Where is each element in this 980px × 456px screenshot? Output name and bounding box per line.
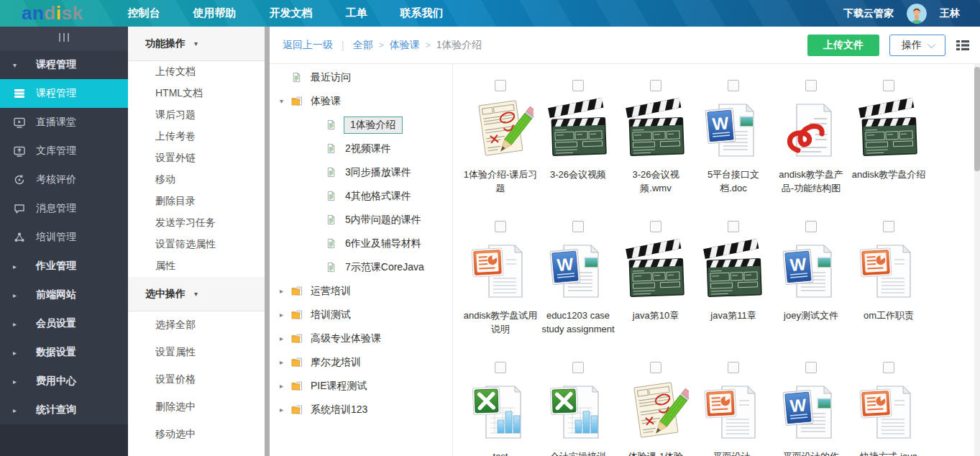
tree-item[interactable]: 3同步播放课件 [270,160,452,184]
sidebar-item[interactable]: 课程管理 [0,79,128,108]
upload-file-button[interactable]: 上传文件 [807,35,879,56]
ops-item[interactable]: HTML文档 [128,83,265,104]
tree-item[interactable]: ▸培训测试 [270,303,452,327]
file-checkbox[interactable] [728,80,739,91]
sidebar-item[interactable]: ▸数据设置 [0,338,128,367]
user-avatar[interactable] [907,4,927,24]
caret-down-icon[interactable]: ▾ [280,97,291,105]
file-checkbox[interactable] [495,362,506,373]
file-card[interactable]: 快捷方式-java [850,362,928,456]
ops-item[interactable]: 课后习题 [128,104,265,126]
ops-item[interactable]: 上传考卷 [128,126,265,147]
tree-item[interactable]: 1体验介绍 [270,113,452,137]
caret-right-icon[interactable]: ▸ [280,311,291,319]
ops-item[interactable]: 选择全部 [128,311,265,339]
file-checkbox[interactable] [728,362,739,373]
sidebar-item[interactable]: ▸前端网站 [0,281,128,309]
file-card[interactable]: W5平台接口文档.doc [695,80,772,221]
ops-item[interactable]: 设置属性 [128,339,265,366]
file-checkbox[interactable] [495,221,506,232]
sidebar-item[interactable]: ▸会员设置 [0,309,128,338]
caret-right-icon[interactable]: ▸ [280,382,291,390]
file-card[interactable]: Weduc1203 case study assignment [539,221,617,362]
ops-item[interactable]: 发送学习任务 [128,212,265,234]
file-checkbox[interactable] [728,221,739,232]
sidebar-item[interactable]: ▾课程管理 [0,50,128,79]
file-checkbox[interactable] [650,221,661,232]
tree-item[interactable]: ▸系统培训123 [270,398,452,421]
sidebar-item[interactable]: 消息管理 [0,194,128,223]
tree-item[interactable]: 6作业及辅导材料 [270,232,452,255]
file-checkbox[interactable] [883,80,894,91]
file-card[interactable]: 3-26会议视频.wmv [617,80,695,221]
ops-item[interactable]: 上传文档 [128,61,265,83]
sidebar-item[interactable]: 直播课堂 [0,108,128,137]
sidebar-item[interactable]: 培训管理 [0,223,128,252]
caret-right-icon[interactable]: ▸ [280,406,291,414]
tree-item[interactable]: 4其他格式课件 [270,184,452,208]
breadcrumb-item[interactable]: 体验课 [390,39,420,52]
caret-right-icon[interactable]: ▸ [280,358,291,366]
sidebar-item[interactable]: ▸统计查询 [0,396,128,424]
tree-item[interactable]: 2视频课件 [270,137,452,160]
tree-item[interactable]: ▸摩尔龙培训 [270,350,452,374]
back-up-level-link[interactable]: 返回上一级 [283,39,333,52]
ops-item[interactable]: 属性 [128,255,265,277]
file-checkbox[interactable] [572,80,584,91]
file-card[interactable]: java第10章 [617,221,695,362]
action-dropdown-button[interactable]: 操作 [889,35,945,56]
file-card[interactable]: java第11章 [695,221,772,362]
ops-item[interactable]: 设置价格 [128,366,265,393]
sidebar-item[interactable]: 考核评价 [0,165,128,194]
ops-item[interactable]: 移动 [128,169,265,191]
ops-item[interactable]: 删除目录 [128,191,265,212]
nav-link-2[interactable]: 使用帮助 [193,6,236,20]
ops-section-header[interactable]: 选中操作▾ [128,277,265,311]
tree-item[interactable]: 5内带问题的课件 [270,208,452,232]
file-checkbox[interactable] [883,362,894,373]
ops-item[interactable]: 设置筛选属性 [128,234,265,255]
list-view-toggle-icon[interactable] [956,39,970,52]
file-card[interactable]: 会计实操培训 [539,362,617,456]
file-card[interactable]: Wjoey测试文件 [772,221,850,362]
ops-item[interactable]: 设置外链 [128,147,265,169]
file-card[interactable]: test [462,362,539,456]
tree-item[interactable]: ▸高级专业体验课 [270,327,452,350]
tree-item[interactable]: 7示范课CoreJava [270,255,452,279]
file-card[interactable]: om工作职责 [850,221,928,362]
operations-panel-scrollbar[interactable] [265,27,270,456]
breadcrumb-item[interactable]: 全部 [353,39,373,52]
tree-item[interactable]: ▾体验课 [270,89,452,113]
file-card[interactable]: 3-26会议视频 [539,80,617,221]
download-cloud-manager-link[interactable]: 下载云管家 [843,7,894,20]
ops-item[interactable]: 上架设置 [128,448,265,456]
scrollbar-thumb[interactable] [974,67,980,171]
file-checkbox[interactable] [572,362,584,373]
tree-item[interactable]: ▸PIE课程测试 [270,374,452,398]
ops-section-header[interactable]: 功能操作▾ [128,27,265,61]
file-checkbox[interactable] [572,221,584,232]
file-card[interactable]: andisk教学盘试用说明 [462,221,539,362]
file-checkbox[interactable] [805,362,817,373]
nav-link-4[interactable]: 工单 [345,6,367,20]
file-card[interactable]: 体验课-1体验 [617,362,695,456]
nav-link-3[interactable]: 开发文档 [269,6,312,20]
file-card[interactable]: 平面设计- [695,362,772,456]
file-card[interactable]: 1体验介绍-课后习题 [462,80,539,221]
file-card[interactable]: andisk教学盘产品-功能结构图 [772,80,850,221]
sidebar-item[interactable]: 文库管理 [0,137,128,165]
file-checkbox[interactable] [805,221,817,232]
nav-link-1[interactable]: 控制台 [127,6,160,20]
file-checkbox[interactable] [650,80,661,91]
tree-item[interactable]: 最近访问 [270,65,452,89]
file-grid-scrollbar[interactable] [974,64,980,456]
file-card[interactable]: andisk教学盘介绍 [850,80,928,221]
tree-item[interactable]: ▸运营培训 [270,279,452,303]
nav-link-5[interactable]: 联系我们 [400,6,443,20]
scrollbar-thumb[interactable] [265,27,270,456]
app-logo[interactable]: andisk [22,0,83,27]
sidebar-item[interactable]: ▸费用中心 [0,367,128,396]
caret-right-icon[interactable]: ▸ [280,334,291,342]
sidebar-item[interactable]: ▸作业管理 [0,252,128,281]
username[interactable]: 王林 [940,7,960,20]
